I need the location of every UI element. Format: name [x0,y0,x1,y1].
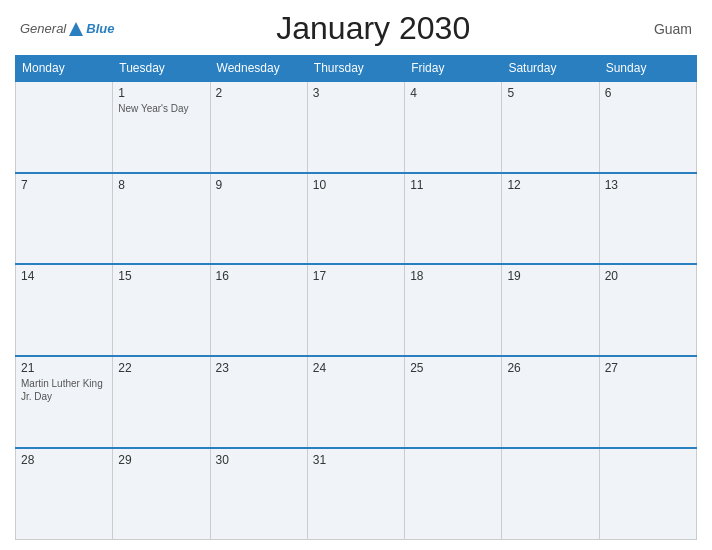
logo-text-general: General [20,21,66,36]
calendar-cell: 7 [16,173,113,265]
calendar-week-row: 21Martin Luther King Jr. Day222324252627 [16,356,697,448]
calendar-cell: 20 [599,264,696,356]
day-number: 25 [410,361,496,375]
region-label: Guam [632,21,692,37]
calendar-cell: 26 [502,356,599,448]
month-title: January 2030 [114,10,632,47]
calendar-cell: 3 [307,81,404,173]
day-number: 15 [118,269,204,283]
calendar-cell: 12 [502,173,599,265]
logo-icon [67,20,85,38]
day-number: 2 [216,86,302,100]
calendar-cell: 15 [113,264,210,356]
calendar-cell: 16 [210,264,307,356]
calendar-week-row: 1New Year's Day23456 [16,81,697,173]
calendar-cell: 6 [599,81,696,173]
calendar-cell: 5 [502,81,599,173]
day-number: 23 [216,361,302,375]
holiday-name: Martin Luther King Jr. Day [21,377,107,403]
day-number: 30 [216,453,302,467]
calendar-container: General Blue January 2030 Guam MondayTue… [0,0,712,550]
calendar-cell: 30 [210,448,307,540]
day-number: 13 [605,178,691,192]
calendar-cell: 4 [405,81,502,173]
day-number: 22 [118,361,204,375]
weekday-header-row: MondayTuesdayWednesdayThursdayFridaySatu… [16,56,697,82]
day-number: 18 [410,269,496,283]
calendar-cell: 14 [16,264,113,356]
calendar-table: MondayTuesdayWednesdayThursdayFridaySatu… [15,55,697,540]
calendar-cell: 24 [307,356,404,448]
day-number: 12 [507,178,593,192]
day-number: 19 [507,269,593,283]
svg-marker-0 [69,22,83,36]
calendar-cell: 25 [405,356,502,448]
day-number: 3 [313,86,399,100]
weekday-header-tuesday: Tuesday [113,56,210,82]
holiday-name: New Year's Day [118,102,204,115]
day-number: 8 [118,178,204,192]
weekday-header-thursday: Thursday [307,56,404,82]
calendar-cell [16,81,113,173]
weekday-header-monday: Monday [16,56,113,82]
calendar-cell: 28 [16,448,113,540]
calendar-cell: 11 [405,173,502,265]
calendar-cell: 1New Year's Day [113,81,210,173]
day-number: 4 [410,86,496,100]
day-number: 16 [216,269,302,283]
day-number: 20 [605,269,691,283]
day-number: 29 [118,453,204,467]
calendar-cell: 17 [307,264,404,356]
day-number: 7 [21,178,107,192]
calendar-cell: 22 [113,356,210,448]
calendar-cell: 21Martin Luther King Jr. Day [16,356,113,448]
calendar-cell: 2 [210,81,307,173]
day-number: 26 [507,361,593,375]
calendar-week-row: 14151617181920 [16,264,697,356]
weekday-header-wednesday: Wednesday [210,56,307,82]
calendar-cell: 8 [113,173,210,265]
day-number: 17 [313,269,399,283]
calendar-header: General Blue January 2030 Guam [15,10,697,47]
calendar-week-row: 78910111213 [16,173,697,265]
day-number: 11 [410,178,496,192]
day-number: 9 [216,178,302,192]
calendar-cell: 29 [113,448,210,540]
day-number: 21 [21,361,107,375]
weekday-header-saturday: Saturday [502,56,599,82]
calendar-cell: 18 [405,264,502,356]
day-number: 28 [21,453,107,467]
day-number: 10 [313,178,399,192]
calendar-cell: 9 [210,173,307,265]
day-number: 27 [605,361,691,375]
calendar-thead: MondayTuesdayWednesdayThursdayFridaySatu… [16,56,697,82]
calendar-cell [405,448,502,540]
calendar-cell: 19 [502,264,599,356]
day-number: 31 [313,453,399,467]
logo-text-blue: Blue [86,21,114,36]
day-number: 1 [118,86,204,100]
day-number: 24 [313,361,399,375]
calendar-week-row: 28293031 [16,448,697,540]
calendar-cell: 10 [307,173,404,265]
weekday-header-sunday: Sunday [599,56,696,82]
logo: General Blue [20,20,114,38]
weekday-header-friday: Friday [405,56,502,82]
day-number: 14 [21,269,107,283]
calendar-cell [502,448,599,540]
calendar-cell: 27 [599,356,696,448]
calendar-cell [599,448,696,540]
calendar-cell: 23 [210,356,307,448]
calendar-cell: 31 [307,448,404,540]
day-number: 5 [507,86,593,100]
calendar-cell: 13 [599,173,696,265]
calendar-body: 1New Year's Day2345678910111213141516171… [16,81,697,540]
day-number: 6 [605,86,691,100]
